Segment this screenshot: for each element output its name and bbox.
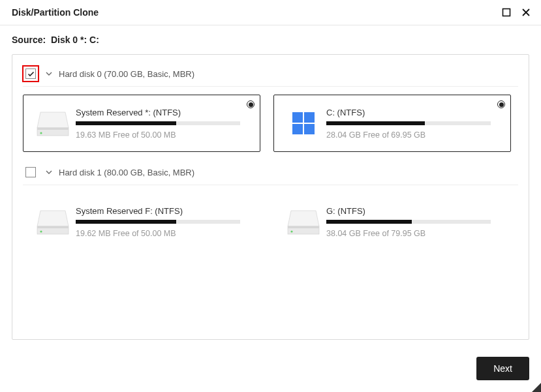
- disk-label: Hard disk 1 (80.00 GB, Basic, MBR): [59, 168, 194, 177]
- usage-bar-fill: [326, 121, 425, 125]
- partition-free-text: 19.62 MB Free of 50.00 MB: [76, 229, 252, 238]
- check-icon: [27, 70, 35, 78]
- partition-icon-wrap: [30, 102, 76, 145]
- disk-block: Hard disk 1 (80.00 GB, Basic, MBR)System…: [23, 164, 518, 250]
- chevron-down-icon: [44, 69, 54, 78]
- disk-icon: [287, 207, 320, 237]
- svg-rect-13: [37, 226, 69, 228]
- svg-rect-17: [288, 226, 319, 228]
- partition-name: G: (NTFS): [326, 206, 502, 216]
- partition-icon-wrap: [281, 200, 326, 243]
- square-icon: [502, 8, 511, 17]
- partition-icon-wrap: [281, 102, 326, 145]
- disk-icon: [37, 108, 69, 138]
- disk-icon: [37, 207, 69, 237]
- partition-card[interactable]: System Reserved *: (NTFS)19.63 MB Free o…: [23, 95, 260, 152]
- partition-free-text: 28.04 GB Free of 69.95 GB: [326, 130, 502, 140]
- usage-bar-fill: [76, 121, 176, 125]
- partition-card[interactable]: C: (NTFS)28.04 GB Free of 69.95 GB: [273, 95, 511, 152]
- svg-marker-11: [37, 211, 69, 226]
- disk-header-row[interactable]: Hard disk 0 (70.00 GB, Basic, MBR): [23, 65, 518, 87]
- usage-bar-fill: [76, 220, 176, 224]
- next-button[interactable]: Next: [476, 357, 529, 380]
- usage-bar: [76, 220, 240, 224]
- checkbox-highlight: [22, 65, 39, 82]
- chevron-down-icon: [44, 168, 54, 177]
- svg-point-14: [40, 230, 42, 232]
- usage-bar: [326, 220, 491, 224]
- svg-rect-8: [304, 112, 315, 123]
- partition-radio[interactable]: [497, 100, 505, 108]
- partition-free-text: 38.04 GB Free of 79.95 GB: [326, 229, 502, 238]
- svg-rect-9: [292, 124, 303, 134]
- usage-bar: [326, 121, 491, 125]
- partition-icon-wrap: [30, 200, 76, 243]
- svg-marker-19: [532, 383, 541, 392]
- close-icon: [521, 8, 531, 17]
- partition-free-text: 19.63 MB Free of 50.00 MB: [76, 130, 252, 140]
- partitions-container: System Reserved F: (NTFS)19.62 MB Free o…: [23, 193, 518, 250]
- title-bar: Disk/Partition Clone: [0, 0, 541, 25]
- disk-header-row[interactable]: Hard disk 1 (80.00 GB, Basic, MBR): [23, 164, 518, 185]
- disk-checkbox[interactable]: [25, 68, 36, 79]
- source-value: Disk 0 *: C:: [51, 35, 99, 45]
- partition-info: System Reserved *: (NTFS)19.63 MB Free o…: [76, 102, 252, 145]
- windows-icon: [290, 110, 317, 137]
- partition-info: C: (NTFS)28.04 GB Free of 69.95 GB: [326, 102, 502, 145]
- disk-block: Hard disk 0 (70.00 GB, Basic, MBR)System…: [23, 65, 518, 152]
- partition-info: G: (NTFS)38.04 GB Free of 79.95 GB: [326, 200, 502, 243]
- svg-rect-5: [37, 128, 69, 130]
- partition-name: System Reserved F: (NTFS): [76, 206, 252, 216]
- partition-name: C: (NTFS): [326, 108, 502, 117]
- close-button[interactable]: [520, 7, 532, 18]
- source-label: Source:: [12, 35, 46, 45]
- partition-radio[interactable]: [247, 100, 255, 108]
- usage-bar-fill: [326, 220, 412, 224]
- partition-card[interactable]: System Reserved F: (NTFS)19.62 MB Free o…: [23, 193, 260, 250]
- partitions-container: System Reserved *: (NTFS)19.63 MB Free o…: [23, 95, 518, 152]
- window-title: Disk/Partition Clone: [12, 7, 99, 18]
- usage-bar: [76, 121, 240, 125]
- svg-marker-3: [37, 112, 69, 128]
- svg-rect-0: [503, 9, 510, 16]
- partition-name: System Reserved *: (NTFS): [76, 108, 252, 117]
- disk-checkbox[interactable]: [25, 167, 36, 177]
- resize-grip-icon[interactable]: [532, 383, 541, 392]
- disk-label: Hard disk 0 (70.00 GB, Basic, MBR): [59, 69, 194, 79]
- disk-list-panel: Hard disk 0 (70.00 GB, Basic, MBR)System…: [12, 54, 529, 340]
- svg-point-6: [40, 132, 42, 134]
- svg-point-18: [290, 230, 292, 232]
- expand-toggle[interactable]: [44, 168, 54, 177]
- svg-rect-7: [292, 112, 303, 123]
- expand-toggle[interactable]: [44, 69, 54, 78]
- svg-marker-15: [288, 211, 319, 226]
- partition-card[interactable]: G: (NTFS)38.04 GB Free of 79.95 GB: [273, 193, 511, 250]
- checkbox-wrap: [23, 164, 39, 181]
- maximize-button[interactable]: [501, 7, 512, 18]
- partition-info: System Reserved F: (NTFS)19.62 MB Free o…: [76, 200, 252, 243]
- source-line: Source: Disk 0 *: C:: [12, 35, 529, 45]
- svg-rect-10: [304, 124, 315, 134]
